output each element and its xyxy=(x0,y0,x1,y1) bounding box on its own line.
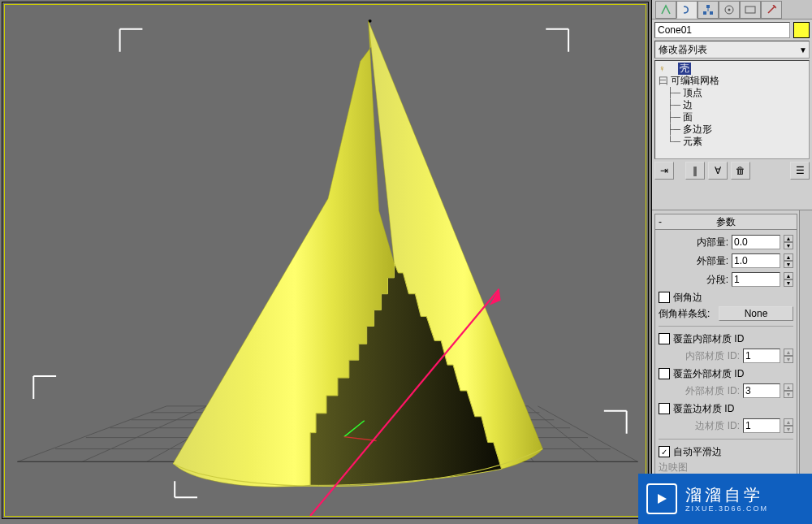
svg-rect-23 xyxy=(706,5,710,8)
svg-point-22 xyxy=(369,19,372,23)
object-name-input[interactable] xyxy=(654,22,790,38)
tab-motion[interactable] xyxy=(719,1,740,19)
inner-id-input[interactable] xyxy=(743,349,780,363)
tab-create[interactable] xyxy=(655,1,676,19)
lightbulb-icon: ♀ xyxy=(659,63,665,75)
outer-amount-spinner[interactable]: ▲▼ xyxy=(784,253,793,268)
stack-sub-element[interactable]: 元素 xyxy=(683,136,702,148)
inner-amount-spinner[interactable]: ▲▼ xyxy=(784,235,793,249)
configure-sets-button[interactable]: ☰ xyxy=(790,162,810,180)
rollout-title: 参数 xyxy=(716,216,736,227)
svg-point-28 xyxy=(728,8,731,11)
edge-id-spinner[interactable]: ▲▼ xyxy=(784,418,793,433)
scene xyxy=(5,5,646,516)
inner-id-label: 内部材质 ID: xyxy=(668,349,740,363)
rollout-scrollbar[interactable] xyxy=(799,210,812,524)
command-panel: 修改器列表 ▼ ♀ 壳 曰 可编辑网格 ├─ 顶点 ├─ 边 ├─ 面 ├─ 多… xyxy=(651,0,812,524)
override-inner-id-checkbox[interactable] xyxy=(659,333,670,344)
stack-item-shell[interactable]: 壳 xyxy=(678,63,691,75)
segments-label: 分段: xyxy=(683,273,728,287)
edge-map-label: 边映图 xyxy=(659,461,688,474)
bevel-edges-checkbox[interactable] xyxy=(659,292,670,303)
tab-utilities[interactable] xyxy=(761,1,782,19)
override-edge-id-label: 覆盖边材质 ID xyxy=(673,402,734,416)
outer-amount-label: 外部量: xyxy=(683,254,728,268)
autosmooth-checkbox[interactable] xyxy=(659,446,670,457)
bevel-spline-pick-button[interactable]: None xyxy=(719,306,793,321)
override-edge-id-checkbox[interactable] xyxy=(659,403,670,414)
rollout-header[interactable]: - 参数 xyxy=(655,214,797,230)
edge-id-label: 边材质 ID: xyxy=(668,419,740,433)
pin-stack-button[interactable]: ⇥ xyxy=(654,162,674,180)
collapse-icon: - xyxy=(659,214,662,229)
bevel-spline-label: 倒角样条线: xyxy=(659,307,715,321)
modifier-stack-tools: ⇥ ‖ ∀ 🗑 ☰ xyxy=(654,162,810,179)
outer-id-label: 外部材质 ID: xyxy=(668,384,740,398)
override-inner-id-label: 覆盖内部材质 ID xyxy=(673,332,744,346)
override-outer-id-label: 覆盖外部材质 ID xyxy=(673,367,744,381)
stack-sub-face[interactable]: 面 xyxy=(683,111,693,123)
segments-input[interactable] xyxy=(732,272,780,287)
inner-amount-label: 内部量: xyxy=(683,236,728,249)
svg-rect-25 xyxy=(710,11,713,15)
modifier-list-label: 修改器列表 xyxy=(659,43,707,57)
chevron-down-icon: ▼ xyxy=(799,45,807,54)
stack-item-editable-mesh[interactable]: 可编辑网格 xyxy=(671,75,719,87)
remove-modifier-button[interactable]: 🗑 xyxy=(731,162,750,180)
outer-amount-input[interactable] xyxy=(732,253,780,268)
outer-id-spinner[interactable]: ▲▼ xyxy=(784,383,793,398)
rollout-area: - 参数 内部量: ▲▼ 外部量: ▲▼ xyxy=(652,210,812,524)
tab-display[interactable] xyxy=(740,1,761,19)
inner-id-spinner[interactable]: ▲▼ xyxy=(784,349,793,363)
segments-spinner[interactable]: ▲▼ xyxy=(784,272,793,287)
bevel-edges-label: 倒角边 xyxy=(673,291,702,305)
svg-rect-29 xyxy=(745,6,755,13)
annotation-arrow-head xyxy=(490,289,501,305)
modifier-list-dropdown[interactable]: 修改器列表 ▼ xyxy=(654,41,810,58)
inner-amount-input[interactable] xyxy=(732,235,780,249)
rollout-parameters: - 参数 内部量: ▲▼ 外部量: ▲▼ xyxy=(654,214,797,481)
show-end-result-button[interactable]: ‖ xyxy=(685,162,705,180)
viewport[interactable] xyxy=(2,2,649,519)
tab-modify[interactable] xyxy=(676,1,698,19)
override-outer-id-checkbox[interactable] xyxy=(659,368,670,379)
modifier-stack[interactable]: ♀ 壳 曰 可编辑网格 ├─ 顶点 ├─ 边 ├─ 面 ├─ 多边形 └─ 元素 xyxy=(654,60,810,159)
stack-sub-polygon[interactable]: 多边形 xyxy=(683,123,712,136)
stack-sub-vertex[interactable]: 顶点 xyxy=(683,87,702,99)
svg-rect-24 xyxy=(703,11,706,15)
edge-id-input[interactable] xyxy=(743,418,780,433)
autosmooth-label: 自动平滑边 xyxy=(673,445,722,459)
stack-sub-edge[interactable]: 边 xyxy=(683,99,693,111)
panel-tab-row xyxy=(652,0,812,19)
outer-id-input[interactable] xyxy=(743,383,780,398)
object-color-swatch[interactable] xyxy=(793,22,810,38)
tab-hierarchy[interactable] xyxy=(698,1,719,19)
make-unique-button[interactable]: ∀ xyxy=(708,162,728,180)
